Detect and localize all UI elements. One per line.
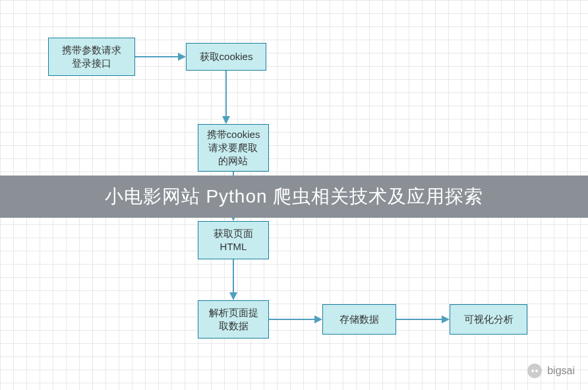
wechat-icon	[527, 364, 542, 378]
watermark: bigsai	[527, 364, 575, 378]
flow-edge	[396, 319, 443, 320]
flow-edge	[135, 56, 179, 57]
watermark-text: bigsai	[547, 365, 575, 377]
arrow-right-icon	[442, 315, 450, 323]
arrow-right-icon	[314, 315, 322, 323]
flow-node-n2: 获取cookies	[186, 43, 266, 71]
flow-node-n1: 携带参数请求 登录接口	[48, 38, 135, 76]
title-banner: 小电影网站 Python 爬虫相关技术及应用探索	[0, 176, 588, 218]
flow-edge	[269, 319, 316, 320]
flow-edge	[225, 71, 227, 117]
flow-node-n7: 可视化分析	[450, 304, 527, 335]
arrow-right-icon	[178, 53, 186, 61]
arrow-down-icon	[222, 116, 230, 124]
flow-node-n3: 携带cookies 请求要爬取 的网站	[198, 124, 269, 172]
arrow-down-icon	[229, 292, 237, 300]
flow-node-n4: 获取页面 HTML	[198, 221, 269, 259]
title-text: 小电影网站 Python 爬虫相关技术及应用探索	[105, 186, 484, 207]
flow-node-n6: 存储数据	[322, 304, 396, 335]
flow-edge	[233, 259, 234, 294]
flow-node-n5: 解析页面提 取数据	[198, 300, 269, 339]
